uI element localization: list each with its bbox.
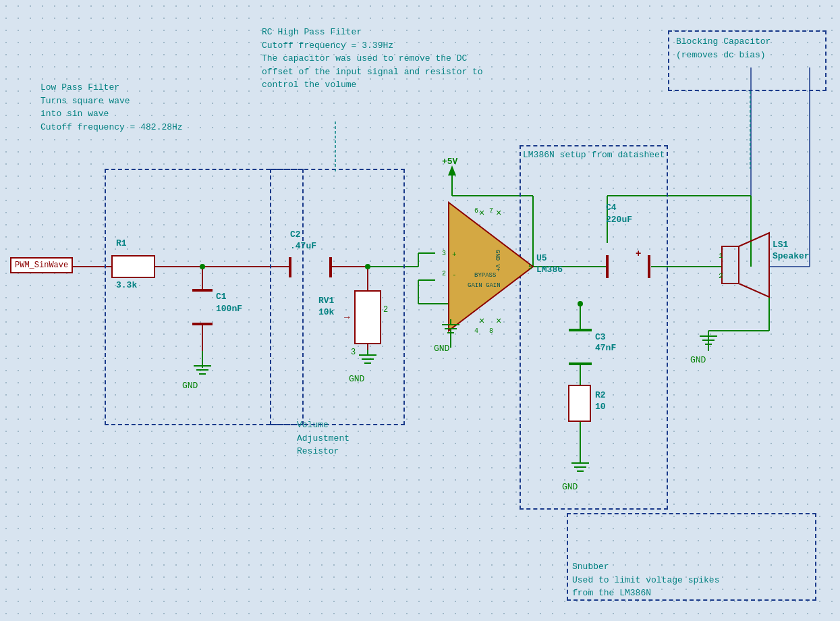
C4-plate2 [648,255,650,278]
C2-plate2 [329,257,332,277]
snubber-label: Snubber Used to limit voltage spikes fro… [572,560,719,600]
R1-label: R1 [116,238,127,248]
svg-text:BYPASS: BYPASS [474,272,496,279]
C3-plate2 [569,362,592,365]
svg-marker-7 [448,165,456,176]
svg-text:×: × [479,316,484,327]
svg-marker-46 [449,202,533,331]
svg-text:GAIN GAIN: GAIN GAIN [468,282,501,289]
annotation-line [334,122,337,172]
lm386-setup-label: LM386N setup from datasheet [523,148,665,162]
svg-text:2: 2 [442,270,446,277]
svg-text:×: × [479,208,484,219]
rc-high-pass-label: RC High Pass Filter Cutoff frequency = 3… [262,26,483,92]
volume-adj-label: Volume Adjustment Resistor [297,418,349,458]
C4-value: 220uF [606,215,632,225]
R2-label: R2 [595,390,606,400]
C3-label: C3 [595,332,606,342]
svg-text:2: 2 [719,272,723,280]
C2-label: C2 [290,230,301,240]
svg-text:5: 5 [528,264,532,271]
C3-value: 47nF [595,343,616,353]
svg-text:3: 3 [442,250,446,257]
vcc-label: +5V [442,157,457,167]
C2-value: .47uF [290,241,316,251]
RV1-label: RV1 [318,296,334,306]
U5-value: LM386 [536,265,563,275]
schematic: Low Pass Filter Turns square wave into s… [0,0,840,621]
gnd-R2-label: GND [562,481,578,494]
blocking-cap-label: Blocking Capacitor (removes dc bias) [676,35,771,61]
R1 [111,255,155,278]
svg-text:4: 4 [474,327,478,334]
RV1-body [354,290,381,344]
pwm-input: PWM_SinWave [10,257,73,273]
R2 [568,385,591,422]
RV1-pin2: 2 [383,305,388,315]
C4-plus: + [636,248,641,259]
gnd-opamp-label: GND [434,342,449,356]
svg-text:8: 8 [489,327,493,334]
gnd-C1-label: GND [182,379,198,393]
svg-text:GND V+: GND V+ [494,250,501,271]
svg-text:6: 6 [474,207,478,215]
U5-label: U5 [536,253,547,263]
svg-text:7: 7 [489,207,493,215]
U5-opamp: GND V+ BYPASS GAIN GAIN + - × × × × 3 2 … [428,199,536,334]
R1-value: 3.3k [116,280,137,290]
svg-text:1: 1 [719,252,723,260]
rc-high-pass-box [270,169,405,425]
blocking-cap-line [749,91,752,169]
C1-plate2 [192,323,213,325]
C1-value: 100nF [216,304,242,314]
C4-plate1 [606,255,609,278]
R2-value: 10 [595,402,606,412]
gnd-speaker-label: GND [690,354,706,367]
C1-plate1 [192,289,213,292]
svg-text:×: × [496,316,501,327]
C4-label: C4 [606,202,617,213]
C3-plate1 [569,329,592,331]
svg-text:+: + [452,250,457,259]
RV1-value: 10k [318,307,334,317]
svg-text:-: - [452,271,457,279]
svg-marker-76 [739,233,769,297]
C1-label: C1 [216,292,227,302]
lm386-setup-box [520,145,668,510]
C2-plate1 [289,257,291,277]
LS1-value: Speaker [773,251,810,261]
LS1-label: LS1 [773,240,788,250]
RV1-wiper: → [344,312,349,323]
svg-text:×: × [496,208,501,219]
low-pass-filter-label: Low Pass Filter Turns square wave into s… [40,81,183,134]
svg-rect-75 [722,246,739,284]
gnd-RV1-label: GND [349,373,364,386]
